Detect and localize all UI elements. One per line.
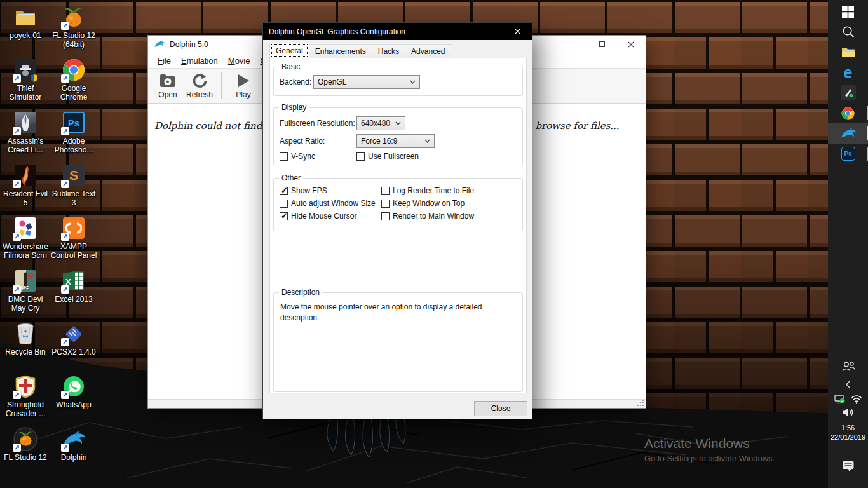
menu-movie[interactable]: Movie bbox=[223, 55, 255, 67]
dialog-close-action-button[interactable]: Close bbox=[474, 401, 527, 416]
chrome-taskbar-button[interactable] bbox=[828, 103, 868, 123]
auto-adjust-window-checkbox[interactable]: Auto adjust Window Size bbox=[280, 199, 376, 208]
tab-general[interactable]: General bbox=[269, 43, 309, 58]
tab-advanced[interactable]: Advanced bbox=[405, 44, 451, 58]
shortcut-arrow-icon bbox=[61, 391, 69, 399]
desktop-icon-thief-simulator[interactable]: Thief Simulator bbox=[1, 55, 50, 108]
render-to-main-window-checkbox[interactable]: Render to Main Window bbox=[381, 212, 474, 220]
shortcut-arrow-icon bbox=[13, 127, 21, 135]
use-fullscreen-checkbox[interactable]: Use Fullscreen bbox=[356, 152, 419, 161]
desktop-icon-xampp[interactable]: XAMPP Control Panel bbox=[50, 214, 98, 266]
show-hidden-icons-button[interactable] bbox=[828, 377, 868, 391]
resize-grip[interactable] bbox=[642, 405, 644, 406]
hide-mouse-cursor-checkbox[interactable]: Hide Mouse Cursor bbox=[280, 212, 356, 220]
tray-icons bbox=[828, 392, 868, 406]
volume-button[interactable] bbox=[828, 405, 868, 419]
close-icon bbox=[628, 41, 634, 48]
dialog-titlebar[interactable]: Dolphin OpenGL Graphics Configuration bbox=[263, 23, 532, 40]
sublime-text-icon: S bbox=[62, 163, 86, 187]
chevron-left-icon bbox=[846, 380, 851, 389]
desktop-icon-photoshop[interactable]: Ps Adobe Photosho... bbox=[50, 108, 98, 161]
aspect-ratio-label: Aspect Ratio: bbox=[280, 137, 325, 146]
refresh-button[interactable]: Refresh bbox=[184, 69, 215, 102]
desktop-icon-resident-evil-5[interactable]: Resident Evil 5 bbox=[1, 161, 50, 214]
window-title: Dolphin 5.0 bbox=[170, 40, 208, 49]
vsync-checkbox[interactable]: V-Sync bbox=[280, 152, 315, 161]
open-icon bbox=[159, 73, 176, 88]
clock-date: 22/01/2019 bbox=[828, 433, 868, 442]
recycle-bin-icon bbox=[13, 322, 37, 346]
edge-button[interactable]: e bbox=[828, 62, 868, 83]
minimize-button[interactable] bbox=[558, 36, 587, 53]
file-explorer-button[interactable] bbox=[828, 42, 868, 62]
open-button[interactable]: Open bbox=[152, 69, 184, 102]
shortcut-arrow-icon bbox=[61, 127, 69, 135]
taskbar-clock[interactable]: 1:56 22/01/2019 bbox=[828, 423, 868, 443]
search-icon bbox=[842, 25, 855, 38]
general-tab-panel: Basic Backend: OpenGL Display Fullscreen… bbox=[269, 58, 527, 393]
shortcut-arrow-icon bbox=[13, 391, 21, 399]
shortcut-arrow-icon bbox=[13, 285, 21, 294]
hardware-status-icon[interactable] bbox=[834, 395, 845, 404]
dolphin-icon bbox=[840, 128, 857, 139]
aspect-ratio-select[interactable]: Force 16:9 bbox=[356, 134, 435, 148]
play-button[interactable]: Play bbox=[227, 69, 259, 102]
desktop-icon-filmora[interactable]: Wondershare Filmora Scrn bbox=[1, 214, 50, 266]
desktop-icon-assassins-creed[interactable]: Assassin's Creed Li... bbox=[1, 108, 50, 161]
backend-select[interactable]: OpenGL bbox=[313, 75, 420, 89]
desktop-icon-poyek-01[interactable]: poyek-01 bbox=[1, 3, 50, 55]
people-button[interactable] bbox=[828, 358, 868, 376]
dolphin-taskbar-button[interactable] bbox=[828, 123, 868, 144]
edge-icon: e bbox=[844, 65, 853, 81]
pinned-app-button[interactable] bbox=[828, 83, 868, 103]
desktop-icon-excel[interactable]: X Excel 2013 bbox=[50, 266, 98, 319]
photoshop-taskbar-button[interactable]: Ps bbox=[828, 144, 868, 164]
action-center-button[interactable] bbox=[828, 456, 868, 475]
resolution-select[interactable]: 640x480 bbox=[356, 116, 405, 130]
shortcut-arrow-icon bbox=[13, 233, 21, 241]
tab-enhancements[interactable]: Enhancements bbox=[309, 44, 372, 58]
desktop-icon-whatsapp[interactable]: WhatsApp bbox=[50, 372, 98, 424]
folder-icon bbox=[13, 5, 37, 29]
shortcut-arrow-icon bbox=[61, 444, 69, 452]
dolphin-icon bbox=[62, 427, 86, 451]
menu-file[interactable]: File bbox=[153, 55, 176, 67]
close-button[interactable] bbox=[616, 36, 646, 53]
fl-studio-dark-icon bbox=[13, 427, 37, 451]
show-fps-checkbox[interactable]: Show FPS bbox=[280, 186, 327, 195]
dialog-close-button[interactable] bbox=[503, 23, 532, 40]
desktop-icon-stronghold[interactable]: Stronghold Crusader ... bbox=[1, 372, 50, 424]
start-button[interactable] bbox=[828, 1, 868, 22]
shortcut-arrow-icon bbox=[13, 444, 21, 452]
menu-emulation[interactable]: Emulation bbox=[176, 55, 223, 67]
people-icon bbox=[841, 361, 855, 372]
description-text: Move the mouse pointer over an option to… bbox=[280, 302, 504, 324]
wifi-icon[interactable] bbox=[851, 395, 862, 404]
desktop-icon-grid: poyek-01 FL Studio 12 (64bit) Th bbox=[1, 3, 98, 477]
desktop-icon-recycle-bin[interactable]: Recycle Bin bbox=[1, 319, 50, 372]
shortcut-arrow-icon bbox=[61, 22, 69, 30]
assassins-creed-icon bbox=[13, 111, 37, 135]
keep-window-on-top-checkbox[interactable]: Keep Window on Top bbox=[381, 199, 465, 208]
log-render-time-checkbox[interactable]: Log Render Time to File bbox=[381, 186, 474, 195]
desktop-icon-fl-studio-64[interactable]: FL Studio 12 (64bit) bbox=[50, 3, 98, 55]
dialog-tabstrip: General Enhancements Hacks Advanced bbox=[269, 44, 451, 58]
desktop-icon-fl-studio-12[interactable]: FL Studio 12 bbox=[1, 424, 50, 477]
search-button[interactable] bbox=[828, 22, 868, 42]
tab-hacks[interactable]: Hacks bbox=[372, 44, 405, 58]
desktop-icon-dolphin[interactable]: Dolphin bbox=[50, 424, 98, 477]
fl-studio-icon bbox=[62, 5, 86, 29]
desktop-icon-sublime-text[interactable]: S Sublime Text 3 bbox=[50, 161, 98, 214]
desktop-root: { "colors": { "dialog_titlebar": "#00000… bbox=[0, 0, 868, 488]
volume-icon bbox=[842, 407, 854, 417]
windows-logo-icon bbox=[842, 6, 854, 18]
photoshop-icon: Ps bbox=[62, 111, 86, 135]
resolution-label: Fullscreen Resolution: bbox=[280, 119, 355, 128]
desktop-icon-pcsx2[interactable]: PCSX2 1.4.0 bbox=[50, 319, 98, 372]
taskbar: e Ps bbox=[828, 0, 868, 488]
maximize-button[interactable] bbox=[587, 36, 616, 53]
display-group: Display Fullscreen Resolution: 640x480 A… bbox=[273, 107, 523, 165]
shortcut-arrow-icon bbox=[61, 74, 69, 83]
desktop-icon-google-chrome[interactable]: Google Chrome bbox=[50, 55, 98, 108]
desktop-icon-dmc[interactable]: DMC DMC Devi May Cry bbox=[1, 266, 50, 319]
